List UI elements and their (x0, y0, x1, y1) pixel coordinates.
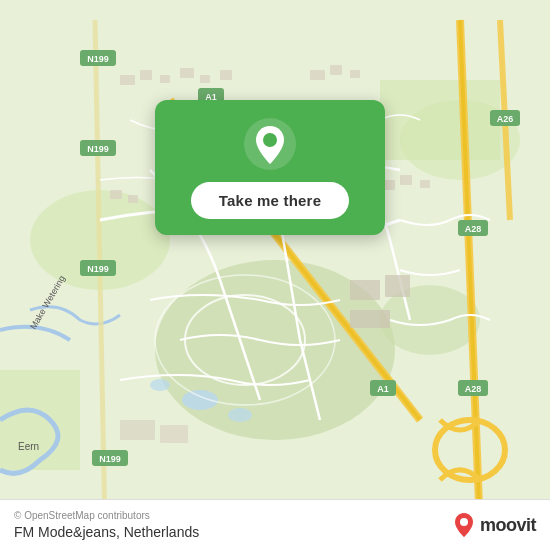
svg-text:A28: A28 (465, 384, 482, 394)
svg-rect-44 (400, 175, 412, 185)
svg-text:N199: N199 (87, 54, 109, 64)
svg-rect-45 (420, 180, 430, 188)
bottom-bar: © OpenStreetMap contributors FM Mode&jea… (0, 499, 550, 550)
svg-point-7 (228, 408, 252, 422)
svg-rect-39 (330, 65, 342, 75)
svg-rect-36 (200, 75, 210, 83)
svg-rect-34 (160, 75, 170, 83)
svg-rect-49 (120, 420, 155, 440)
location-name: FM Mode&jeans, Netherlands (14, 524, 199, 540)
svg-rect-33 (140, 70, 152, 80)
svg-text:A28: A28 (465, 224, 482, 234)
popup-card[interactable]: Take me there (155, 100, 385, 235)
moovit-logo-text: moovit (480, 515, 536, 536)
copyright-text: © OpenStreetMap contributors (14, 510, 199, 521)
svg-rect-47 (385, 275, 410, 297)
svg-text:N199: N199 (99, 454, 121, 464)
svg-text:A26: A26 (497, 114, 514, 124)
svg-rect-41 (110, 190, 122, 199)
svg-rect-38 (310, 70, 325, 80)
svg-text:N199: N199 (87, 264, 109, 274)
svg-rect-46 (350, 280, 380, 300)
svg-rect-37 (220, 70, 232, 80)
svg-point-53 (460, 518, 468, 526)
svg-rect-5 (0, 370, 80, 470)
svg-rect-40 (350, 70, 360, 78)
map-svg: N199 N199 N199 N199 A1 A1 A28 A28 A26 (0, 0, 550, 550)
svg-rect-35 (180, 68, 194, 78)
svg-text:N199: N199 (87, 144, 109, 154)
location-pin-icon (244, 118, 296, 170)
moovit-logo: moovit (452, 511, 536, 539)
svg-rect-50 (160, 425, 188, 443)
take-me-there-button[interactable]: Take me there (191, 182, 349, 219)
svg-text:A1: A1 (377, 384, 389, 394)
moovit-pin-icon (452, 511, 476, 539)
svg-point-8 (150, 379, 170, 391)
svg-rect-42 (128, 195, 138, 203)
bottom-left: © OpenStreetMap contributors FM Mode&jea… (14, 510, 199, 540)
svg-rect-3 (380, 80, 500, 160)
svg-point-6 (182, 390, 218, 410)
map-container: N199 N199 N199 N199 A1 A1 A28 A28 A26 (0, 0, 550, 550)
svg-point-52 (263, 133, 277, 147)
svg-text:Eern: Eern (18, 441, 39, 452)
svg-rect-32 (120, 75, 135, 85)
svg-text:Make Wetering: Make Wetering (28, 274, 67, 331)
svg-rect-48 (350, 310, 390, 328)
